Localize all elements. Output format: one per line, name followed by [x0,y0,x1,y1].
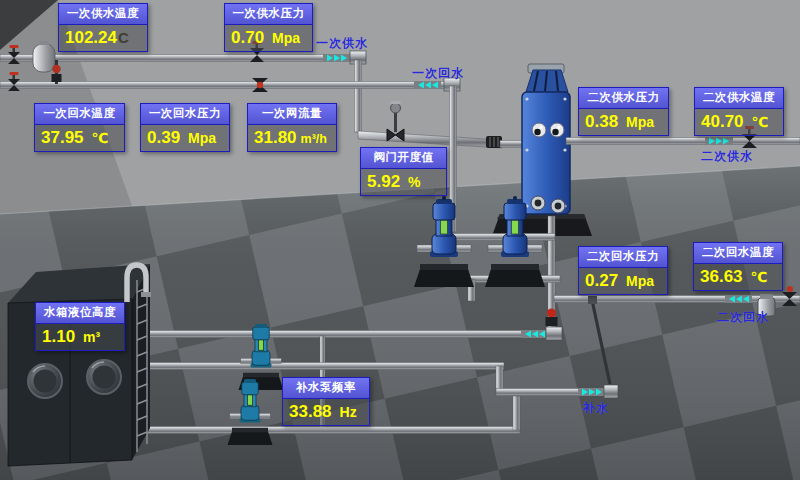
panel-title: 二次回水压力 [579,247,667,268]
panel-title: 补水泵频率 [283,378,369,399]
panel-unit: Mpa [626,273,654,289]
panel-valve-opening: 阀门开度值 5.92% [360,147,447,196]
panel-unit: C [118,29,129,46]
panel-title: 一次网流量 [248,104,336,125]
panel-primary-supply-temp: 一次供水温度 102.24C [58,3,148,52]
pump-running-indicator [247,395,252,406]
panel-title: 一次供水温度 [59,4,147,25]
panel-value: 40.70 [701,112,744,132]
panel-unit: ℃ [751,269,768,285]
panel-title: 二次回水温度 [694,243,782,264]
panel-primary-return-pressure: 一次回水压力 0.39Mpa [140,103,230,152]
panel-value: 33.88 [289,402,332,422]
panel-value: 36.63 [700,267,743,287]
panel-unit: Mpa [626,114,654,130]
panel-secondary-supply-temp: 二次供水温度 40.70℃ [694,87,784,136]
panel-unit: ℃ [752,114,769,130]
panel-value: 1.10 [42,327,75,347]
panel-unit: m³ [83,329,100,345]
panel-title: 水箱液位高度 [36,303,124,324]
panel-primary-supply-pressure: 一次供水压力 0.70Mpa [224,3,313,52]
air-separator-icon [33,41,55,72]
pump-running-indicator [258,340,263,351]
panel-value: 0.39 [147,128,180,148]
panel-value: 0.38 [585,112,618,132]
heat-exchanger [522,64,570,214]
panel-title: 二次供水温度 [695,88,783,109]
pipe-label-primary-return: 一次回水 [412,65,464,82]
panel-unit: ℃ [92,130,109,146]
panel-title: 阀门开度值 [361,148,446,169]
panel-unit: m³/h [301,132,327,146]
panel-secondary-supply-pressure: 二次供水压力 0.38Mpa [578,87,669,136]
pipe-label-primary-supply: 一次供水 [316,35,368,52]
panel-title: 一次供水压力 [225,4,312,25]
tank-manhole-icon [28,364,62,398]
pump-running-indicator [512,220,519,234]
panel-tank-level: 水箱液位高度 1.10m³ [35,302,125,351]
panel-primary-return-temp: 一次回水温度 37.95℃ [34,103,125,152]
panel-value: 0.27 [585,271,618,291]
panel-makeup-pump-frequency: 补水泵频率 33.88Hz [282,377,370,426]
panel-secondary-return-temp: 二次回水温度 36.63℃ [693,242,783,291]
panel-value: 37.95 [41,128,84,148]
scene-3d [0,0,800,480]
panel-value: 31.80 [254,128,297,148]
pipe-label-makeup: 补水 [583,400,609,417]
panel-unit: Hz [340,404,357,420]
panel-value: 5.92 [367,172,400,192]
panel-unit: % [408,174,420,190]
panel-secondary-return-pressure: 二次回水压力 0.27Mpa [578,246,668,295]
panel-unit: Mpa [272,30,300,46]
tank-manhole-icon [87,360,121,394]
panel-unit: Mpa [188,130,216,146]
panel-value: 102.24 [65,28,117,48]
pump-running-indicator [441,220,448,234]
panel-value: 0.70 [231,28,264,48]
panel-title: 一次回水压力 [141,104,229,125]
pipe-label-secondary-supply: 二次供水 [701,148,753,165]
panel-title: 二次供水压力 [579,88,668,109]
water-tank [8,264,151,466]
hmi-heating-station-screen: 一次供水温度 102.24C 一次供水压力 0.70Mpa 一次回水温度 37.… [0,0,800,480]
panel-title: 一次回水温度 [35,104,124,125]
panel-primary-flow: 一次网流量 31.80m³/h [247,103,337,152]
pipe-label-secondary-return: 二次回水 [717,309,769,326]
